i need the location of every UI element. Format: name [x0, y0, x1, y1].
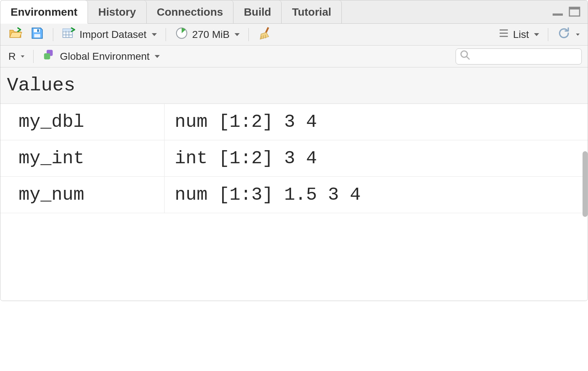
- chevron-down-icon: [576, 34, 580, 36]
- svg-rect-4: [34, 34, 40, 38]
- tab-build[interactable]: Build: [233, 0, 282, 23]
- value-desc: num [1:2] 3 4: [165, 104, 317, 140]
- separator: [53, 28, 53, 41]
- values-section-header: Values: [0, 67, 588, 104]
- tab-connections[interactable]: Connections: [147, 0, 234, 23]
- separator: [33, 50, 34, 63]
- refresh-icon: [557, 26, 571, 43]
- environments-stack-icon: [42, 48, 56, 65]
- open-folder-icon: [8, 26, 22, 43]
- maximize-pane-icon[interactable]: [569, 7, 581, 17]
- scrollbar-thumb[interactable]: [583, 151, 588, 217]
- svg-rect-21: [44, 53, 50, 59]
- chevron-down-icon: [21, 55, 24, 58]
- tab-environment[interactable]: Environment: [0, 0, 88, 24]
- value-row[interactable]: my_num num [1:3] 1.5 3 4: [0, 177, 588, 213]
- save-workspace-button[interactable]: [28, 25, 46, 44]
- clear-workspace-button[interactable]: [255, 25, 274, 44]
- list-lines-icon: [498, 28, 509, 41]
- pie-memory-icon: [175, 26, 189, 43]
- environment-scope-selector[interactable]: Global Environment: [40, 47, 162, 66]
- value-row[interactable]: my_dbl num [1:2] 3 4: [0, 104, 588, 140]
- memory-usage-button[interactable]: 270 MiB: [173, 25, 242, 44]
- import-dataset-label: Import Dataset: [80, 29, 147, 40]
- values-list: my_dbl num [1:2] 3 4 my_int int [1:2] 3 …: [0, 104, 588, 301]
- environment-scope-label: Global Environment: [60, 51, 150, 62]
- environment-toolbar-2: R Global Environment: [0, 46, 588, 67]
- pane-tabbar: Environment History Connections Build Tu…: [0, 0, 588, 24]
- separator: [248, 28, 249, 41]
- environment-search-input[interactable]: [471, 50, 578, 62]
- language-label: R: [8, 51, 16, 62]
- environment-panel: Environment History Connections Build Tu…: [0, 0, 588, 301]
- value-desc: int [1:2] 3 4: [165, 140, 317, 176]
- tab-tutorial[interactable]: Tutorial: [282, 0, 342, 23]
- svg-line-23: [467, 56, 469, 59]
- chevron-down-icon: [235, 33, 240, 36]
- import-dataset-button[interactable]: Import Dataset: [60, 25, 159, 44]
- svg-rect-0: [553, 13, 563, 16]
- refresh-button[interactable]: [555, 25, 582, 44]
- chevron-down-icon: [155, 55, 160, 58]
- value-name: my_num: [0, 177, 165, 213]
- tab-history[interactable]: History: [88, 0, 146, 23]
- svg-rect-2: [569, 7, 580, 9]
- value-desc: num [1:3] 1.5 3 4: [165, 177, 361, 213]
- chevron-down-icon: [152, 33, 157, 36]
- memory-usage-label: 270 MiB: [192, 29, 230, 40]
- view-mode-dropdown[interactable]: List: [496, 26, 541, 43]
- view-mode-label: List: [513, 29, 529, 40]
- language-selector[interactable]: R: [6, 49, 27, 64]
- minimize-pane-icon[interactable]: [551, 7, 566, 17]
- svg-rect-11: [63, 29, 72, 31]
- grid-import-icon: [62, 26, 76, 43]
- svg-rect-5: [37, 29, 39, 32]
- value-name: my_int: [0, 140, 165, 176]
- separator: [166, 28, 166, 41]
- chevron-down-icon: [534, 33, 539, 36]
- save-floppy-icon: [30, 26, 44, 43]
- value-row[interactable]: my_int int [1:2] 3 4: [0, 140, 588, 177]
- environment-search[interactable]: [456, 48, 582, 65]
- value-name: my_dbl: [0, 104, 165, 140]
- separator: [548, 28, 548, 41]
- broom-clear-icon: [258, 26, 271, 43]
- load-workspace-button[interactable]: [6, 25, 24, 44]
- search-icon: [460, 50, 471, 63]
- environment-toolbar-1: Import Dataset 270 MiB: [0, 24, 588, 46]
